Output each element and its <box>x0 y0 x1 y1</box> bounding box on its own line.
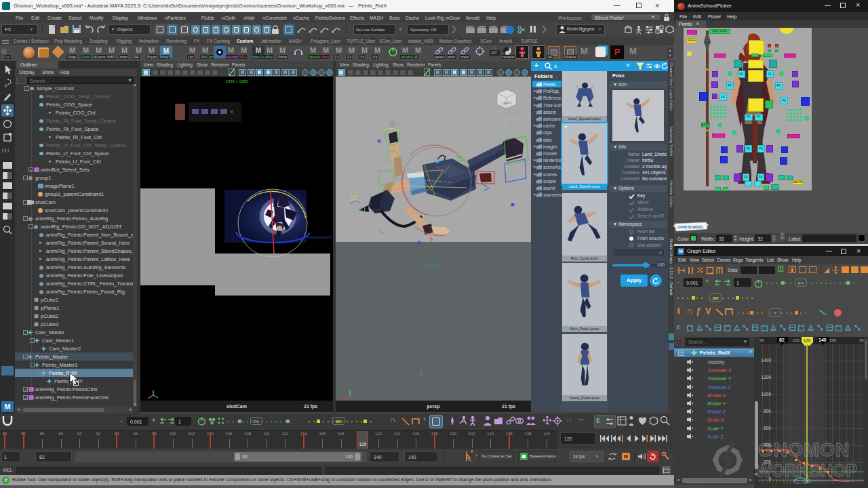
svg-text:ANIM: ANIM <box>677 225 687 229</box>
svg-text:SCHOOL: SCHOOL <box>688 225 704 229</box>
svg-text:GNOMON: GNOMON <box>758 439 850 460</box>
svg-text:WORKSHOP: WORKSHOP <box>755 461 857 480</box>
